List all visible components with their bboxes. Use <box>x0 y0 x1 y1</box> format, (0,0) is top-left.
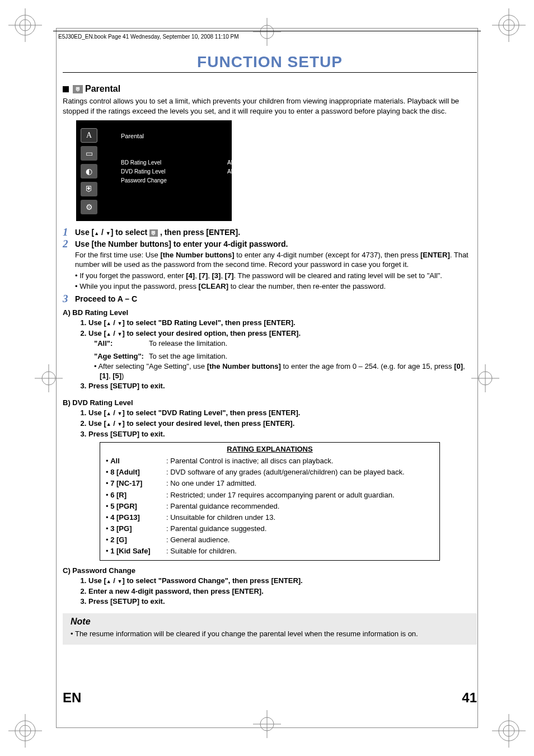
step-1-text: ] to select <box>111 228 149 237</box>
note-body: The resume information will be cleared i… <box>71 629 471 639</box>
menu-row-value: All <box>227 168 233 175</box>
up-arrow-icon <box>106 408 111 417</box>
step-1-text: , then press [ENTER]. <box>158 228 240 237</box>
step-number: 3 <box>63 293 72 304</box>
crop-mark-icon <box>492 8 526 42</box>
header-rule <box>53 31 481 31</box>
step-number: 2 <box>63 238 72 292</box>
menu-row: Password Change <box>121 177 167 184</box>
up-arrow-icon <box>106 318 111 327</box>
up-arrow-icon <box>94 228 99 237</box>
menu-screenshot: A ▭ ◐ ⛨ ⚙ Parental BD Rating Level All D… <box>76 120 232 221</box>
table-row: 5 [PGR] Parental guidance recommended. <box>106 501 434 512</box>
menu-title: Parental <box>121 133 144 139</box>
menu-row-label: DVD Rating Level <box>121 168 165 175</box>
footer-language: EN <box>63 690 81 706</box>
menu-icon-parental: ⛨ <box>81 182 97 196</box>
list-item: Use [ / ] to select "Password Change", t… <box>88 576 477 586</box>
option-age-setting: "Age Setting":To set the age limitation. <box>94 351 477 361</box>
ratings-table: RATING EXPLANATIONS AllParental Control … <box>100 442 440 561</box>
list-item: Press [SETUP] to exit. <box>88 429 477 439</box>
list-item: Enter a new 4-digit password, then press… <box>88 586 477 597</box>
step-1: 1 Use [ / ] to select ⛨ , then press [EN… <box>63 227 477 237</box>
header-meta: E5J30ED_EN.book Page 41 Wednesday, Septe… <box>58 34 239 40</box>
up-arrow-icon <box>106 329 111 337</box>
option-all: "All":To release the limitation. <box>94 339 477 349</box>
crop-mark-icon <box>8 8 42 42</box>
step-1-text: / <box>99 228 106 237</box>
parental-icon: ⛨ <box>149 229 158 237</box>
up-arrow-icon <box>106 576 111 585</box>
ratings-title: RATING EXPLANATIONS <box>106 445 434 453</box>
table-row: AllParental Control is inactive; all dis… <box>106 456 434 467</box>
step-3: 3 Proceed to A – C <box>63 293 477 304</box>
square-bullet-icon <box>63 86 69 92</box>
list-item: Press [SETUP] to exit. <box>88 597 477 607</box>
step-2-note: If you forget the password, enter [4], [… <box>75 271 477 281</box>
subsection-a-heading: A) BD Rating Level <box>63 308 477 317</box>
menu-row-label: BD Rating Level <box>121 159 161 166</box>
table-row: 8 [Adult]DVD software of any grades (adu… <box>106 467 434 478</box>
menu-row: DVD Rating Level All <box>121 168 165 175</box>
up-arrow-icon <box>106 419 111 428</box>
step-2-title: Use [the Number buttons] to enter your 4… <box>75 240 477 249</box>
list-item: Press [SETUP] to exit. <box>88 381 477 391</box>
page-title: FUNCTION SETUP <box>63 53 477 73</box>
list-item: Use [ / ] to select your desired level, … <box>88 419 477 429</box>
menu-row: BD Rating Level All <box>121 159 161 166</box>
crop-mark-icon <box>253 18 281 46</box>
crop-mark-icon <box>8 714 42 748</box>
step-2-note: While you input the password, press [CLE… <box>75 281 477 292</box>
menu-icon-language: A <box>81 128 97 143</box>
note-box: Note The resume information will be clea… <box>63 613 477 645</box>
table-row: 1 [Kid Safe]Suitable for children. <box>106 546 434 557</box>
table-row: 7 [NC-17] No one under 17 admitted. <box>106 478 434 489</box>
list-item: Use [ / ] to select "BD Rating Level", t… <box>88 318 477 328</box>
crop-mark-icon <box>35 364 63 392</box>
age-setting-note: After selecting "Age Setting", use [the … <box>94 361 477 381</box>
menu-icon-video: ▭ <box>81 146 97 161</box>
menu-icon-audio: ◐ <box>81 164 97 179</box>
table-row: 2 [G] General audience. <box>106 534 434 546</box>
menu-icon-others: ⚙ <box>81 200 97 214</box>
step-number: 1 <box>63 227 72 237</box>
page-footer: EN 41 <box>63 690 477 706</box>
footer-page-number: 41 <box>462 690 477 706</box>
parental-icon: ⛨ <box>73 85 83 93</box>
step-2: 2 Use [the Number buttons] to enter your… <box>63 238 477 292</box>
subsection-c-heading: C) Password Change <box>63 566 477 575</box>
section-heading-text: Parental <box>85 84 120 94</box>
section-heading: ⛨ Parental <box>63 84 477 94</box>
menu-row-value: All <box>227 159 233 166</box>
down-arrow-icon <box>106 228 111 237</box>
subsection-b-heading: B) DVD Rating Level <box>63 398 477 407</box>
menu-row-label: Password Change <box>121 177 167 184</box>
table-row: 4 [PG13] Unsuitable for children under 1… <box>106 512 434 523</box>
crop-mark-icon <box>492 714 526 748</box>
list-item: Use [ / ] to select your desired option,… <box>88 328 477 339</box>
table-row: 3 [PG] Parental guidance suggested. <box>106 523 434 534</box>
note-title: Note <box>71 617 471 627</box>
section-lead: Ratings control allows you to set a limi… <box>63 96 477 116</box>
step-3-title: Proceed to A – C <box>75 294 477 304</box>
list-item: Use [ / ] to select "DVD Rating Level", … <box>88 408 477 418</box>
table-row: 6 [R] Restricted; under 17 requires acco… <box>106 490 434 501</box>
crop-mark-icon <box>253 710 281 738</box>
step-1-text: Use [ <box>75 228 94 237</box>
step-2-body: For the first time use: Use [the Number … <box>75 250 477 270</box>
